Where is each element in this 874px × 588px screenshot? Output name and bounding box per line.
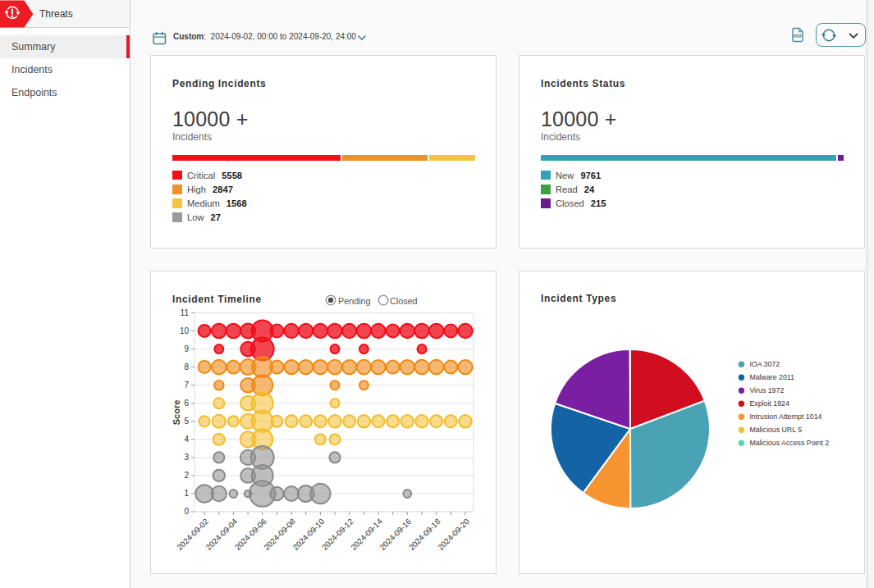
- svg-text:0: 0: [184, 507, 189, 516]
- svg-text:10: 10: [180, 326, 190, 335]
- svg-text:3: 3: [184, 453, 189, 462]
- svg-text:1: 1: [184, 489, 189, 498]
- svg-text:6: 6: [184, 399, 189, 408]
- svg-text:11: 11: [181, 308, 190, 317]
- svg-text:Malicious URL 5: Malicious URL 5: [749, 426, 802, 434]
- svg-text:Virus 1972: Virus 1972: [749, 386, 784, 394]
- svg-text:4: 4: [184, 435, 189, 444]
- svg-text:Malware 2011: Malware 2011: [749, 373, 794, 381]
- svg-text:IOA 3072: IOA 3072: [749, 360, 780, 368]
- svg-text:7: 7: [184, 381, 189, 390]
- svg-text:Intrusion Attempt 1014: Intrusion Attempt 1014: [749, 413, 821, 421]
- svg-text:Malicious Access Point 2: Malicious Access Point 2: [749, 439, 829, 447]
- svg-text:2024-09-20: 2024-09-20: [436, 517, 471, 552]
- svg-text:2: 2: [184, 471, 189, 480]
- svg-text:PDF: PDF: [794, 34, 803, 39]
- svg-text:9: 9: [184, 344, 189, 353]
- svg-text:5: 5: [184, 417, 189, 426]
- svg-text:Exploit 1924: Exploit 1924: [749, 399, 789, 408]
- svg-text:8: 8: [184, 362, 189, 371]
- svg-text:Score: Score: [172, 400, 181, 426]
